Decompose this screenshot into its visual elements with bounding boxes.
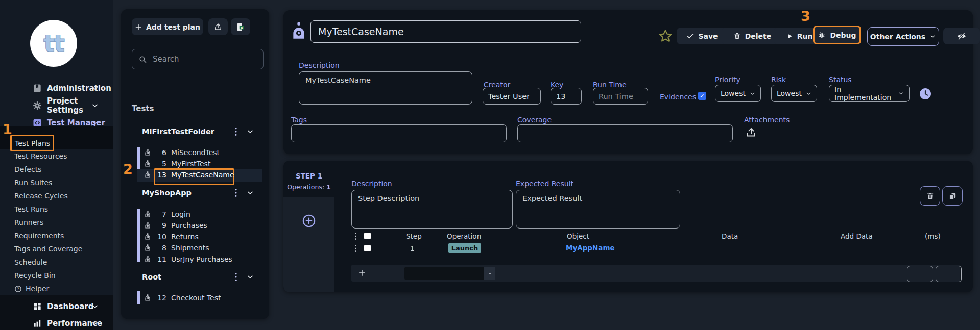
risk-select[interactable]: Lowest bbox=[771, 85, 817, 102]
tree-folder-root[interactable]: Root bbox=[142, 272, 255, 282]
priority-select[interactable]: Lowest bbox=[715, 85, 761, 102]
delete-step-button[interactable] bbox=[920, 186, 940, 206]
sidebar-item-run-suites[interactable]: Run Suites bbox=[0, 176, 113, 189]
status-select[interactable]: In Implementation bbox=[829, 85, 910, 102]
kebab-menu-icon[interactable] bbox=[232, 127, 240, 136]
add-test-plan-button[interactable]: Add test plan bbox=[132, 18, 203, 35]
evidences-label: Evidences bbox=[660, 93, 696, 101]
copy-step-button[interactable] bbox=[942, 186, 963, 206]
coverage-label: Coverage bbox=[517, 116, 552, 124]
sidebar-item-defects[interactable]: Defects bbox=[0, 163, 113, 176]
excel-icon: x bbox=[236, 22, 245, 32]
kebab-menu-icon[interactable] bbox=[232, 188, 240, 197]
logo-text: tt bbox=[43, 30, 64, 57]
star-icon[interactable] bbox=[658, 29, 673, 44]
step-panel: STEP 1 Operations: 1 Description Step De… bbox=[283, 161, 973, 292]
sidebar-item-test-resources[interactable]: Test Resources bbox=[0, 149, 113, 163]
tags-input[interactable] bbox=[291, 124, 507, 142]
step-description-label: Description bbox=[351, 180, 392, 188]
operation-select-caret[interactable] bbox=[484, 267, 495, 280]
coverage-input[interactable] bbox=[517, 124, 733, 142]
tree-item-purchases[interactable]: 9 Purchases bbox=[144, 220, 207, 231]
column-header-add-data: Add Data bbox=[841, 232, 873, 240]
tree-item-mytestcasename[interactable]: 13 MyTestCaseName bbox=[144, 169, 234, 181]
add-step-icon[interactable] bbox=[302, 214, 316, 228]
column-header-operation: Operation bbox=[447, 232, 481, 240]
chevron-down-icon[interactable] bbox=[246, 189, 254, 197]
description-textarea[interactable]: MyTestCaseName bbox=[299, 71, 472, 105]
operation-badge[interactable]: Launch bbox=[448, 243, 481, 253]
sidebar-item-test-runs[interactable]: Test Runs bbox=[0, 202, 113, 216]
add-operation-icon[interactable] bbox=[358, 269, 366, 277]
creator-field[interactable] bbox=[483, 88, 541, 105]
chevron-down-icon bbox=[898, 91, 904, 96]
tests-section-title: Tests bbox=[132, 104, 154, 113]
other-actions-button[interactable]: Other Actions bbox=[867, 27, 939, 46]
tree-item-returns[interactable]: 10 Returns bbox=[144, 231, 199, 242]
tree-item-shipments[interactable]: 8 Shipments bbox=[144, 242, 209, 253]
clock-icon[interactable] bbox=[919, 88, 931, 100]
kebab-menu-icon[interactable] bbox=[232, 272, 240, 282]
drag-handle-icon[interactable] bbox=[354, 232, 357, 240]
select-all-checkbox[interactable] bbox=[364, 233, 371, 239]
robot-icon bbox=[144, 160, 152, 168]
tree-item-usrjny-purchases[interactable]: 11 UsrJny Purchases bbox=[144, 253, 232, 265]
sidebar-item-dashboard[interactable]: Dashboard bbox=[0, 299, 113, 314]
tree-item-misecondtest[interactable]: 6 MiSecondTest bbox=[144, 147, 220, 158]
debug-button[interactable]: Debug bbox=[813, 26, 861, 44]
copy-icon bbox=[948, 192, 957, 200]
import-button[interactable] bbox=[208, 18, 228, 35]
chevron-down-icon bbox=[91, 101, 99, 110]
bug-icon bbox=[818, 31, 826, 39]
sidebar-item-performance[interactable]: Performance bbox=[0, 316, 113, 330]
tree-item-checkout-test[interactable]: 12 Checkout Test bbox=[144, 292, 221, 303]
plus-icon bbox=[135, 23, 142, 31]
key-field[interactable] bbox=[551, 88, 582, 105]
step-description-textarea[interactable]: Step Description bbox=[351, 190, 513, 229]
tree-folder-myshopapp[interactable]: MyShopApp bbox=[142, 188, 255, 198]
drag-handle-icon[interactable] bbox=[354, 244, 357, 252]
search-input[interactable] bbox=[152, 54, 251, 64]
caret-down-icon bbox=[488, 271, 492, 276]
tree-folder-mifirsttestfolder[interactable]: MiFirstTestFolder bbox=[142, 126, 255, 137]
timeout-input[interactable] bbox=[936, 266, 962, 282]
upload-icon[interactable] bbox=[745, 126, 757, 139]
sidebar-item-recycle-bin[interactable]: Recycle Bin bbox=[0, 269, 113, 282]
sidebar-item-tags-and-coverage[interactable]: Tags and Coverage bbox=[0, 242, 113, 256]
sidebar-item-schedule[interactable]: Schedule bbox=[0, 256, 113, 269]
sidebar-item-label: Test Plans bbox=[15, 139, 50, 147]
tree-item-myfirsttest[interactable]: 5 MyFirstTest bbox=[144, 158, 210, 169]
sidebar-item-label: Administration bbox=[47, 84, 111, 93]
add-test-plan-label: Add test plan bbox=[146, 23, 200, 31]
sidebar-item-project-settings[interactable]: Project Settings bbox=[0, 98, 113, 113]
sidebar-item-administration[interactable]: Administration bbox=[0, 81, 113, 96]
operation-object-link[interactable]: MyAppName bbox=[566, 244, 615, 252]
hide-button[interactable] bbox=[943, 28, 980, 44]
chevron-down-icon[interactable] bbox=[246, 128, 254, 136]
bookmark-icon bbox=[32, 83, 42, 93]
chevron-down-icon bbox=[91, 84, 99, 92]
chevron-down-icon[interactable] bbox=[246, 273, 254, 281]
annotation-number-3: 3 bbox=[801, 8, 810, 24]
save-button[interactable]: Save bbox=[677, 28, 728, 44]
sidebar-item-release-cycles[interactable]: Release Cycles bbox=[0, 189, 113, 202]
test-plans-panel: Add test plan x Tests MiFirstTestFolder … bbox=[121, 9, 269, 319]
tree-item-login[interactable]: 7 Login bbox=[144, 209, 190, 220]
robot-icon bbox=[144, 210, 152, 218]
operation-step-number: 1 bbox=[410, 244, 415, 252]
row-checkbox[interactable] bbox=[364, 245, 371, 251]
export-excel-button[interactable]: x bbox=[231, 18, 250, 35]
run-time-field[interactable] bbox=[593, 88, 648, 105]
sidebar-item-helper[interactable]: ? Helper bbox=[0, 282, 113, 295]
expected-result-textarea[interactable]: Expected Result bbox=[516, 190, 680, 229]
retry-input[interactable] bbox=[907, 266, 933, 282]
test-case-name-input[interactable] bbox=[310, 20, 581, 43]
sidebar-item-requirements[interactable]: Requirements bbox=[0, 229, 113, 242]
evidences-checkbox[interactable] bbox=[698, 92, 706, 100]
sidebar-item-runners[interactable]: Runners bbox=[0, 216, 113, 229]
svg-text:x: x bbox=[241, 25, 243, 29]
status-label: Status bbox=[829, 75, 852, 84]
play-icon bbox=[786, 33, 793, 40]
tree-group-bar bbox=[137, 209, 140, 262]
operation-select[interactable] bbox=[404, 267, 484, 280]
